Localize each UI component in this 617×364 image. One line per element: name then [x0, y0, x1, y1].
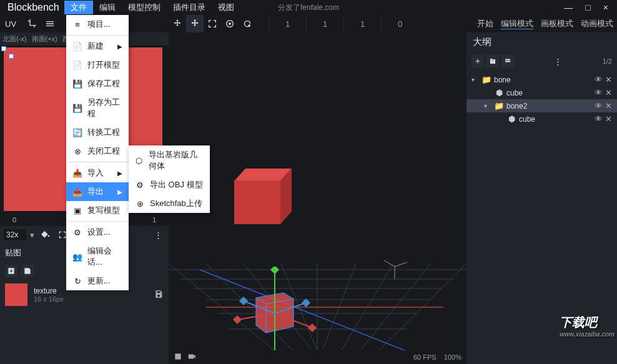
caret-down-icon[interactable]: ▾ [484, 102, 491, 109]
maximize-button[interactable]: □ [585, 2, 590, 12]
svg-rect-40 [239, 297, 248, 305]
zoom-input[interactable] [4, 229, 26, 240]
record-icon[interactable] [187, 352, 196, 362]
svg-rect-43 [505, 59, 510, 61]
cube-icon: ⬢ [506, 114, 516, 124]
svg-rect-39 [308, 323, 317, 332]
eye-icon[interactable]: 👁 [595, 101, 603, 111]
crop-icon[interactable] [25, 16, 40, 31]
rotate-tool-icon[interactable] [221, 15, 239, 32]
add-cube-button[interactable] [471, 55, 484, 67]
move-tool-icon[interactable] [186, 15, 204, 32]
add-texture-button[interactable] [5, 265, 17, 277]
svg-rect-36 [270, 267, 279, 274]
watermark: 下载吧 www.xiazaiba.com [560, 314, 615, 338]
menu-icon[interactable] [42, 16, 57, 31]
texture-thumbnail [5, 283, 27, 306]
menu-edit[interactable]: 编辑 [93, 1, 122, 14]
outliner-count: 1/2 [603, 57, 612, 65]
vp-num-1[interactable]: 1 [269, 17, 306, 31]
tree-item-bone[interactable]: ▾ 📁 bone 👁✕ [466, 73, 617, 86]
outliner-more-icon[interactable]: ⋮ [551, 54, 565, 68]
outliner-tree: ▾ 📁 bone 👁✕ ⬢ cube 👁✕ ▾ 📁 bone2 👁✕ ⬢ cu [466, 71, 617, 128]
vp-num-4[interactable]: 0 [381, 17, 418, 31]
remove-icon[interactable]: ✕ [605, 114, 612, 124]
menu-save[interactable]: 💾保存工程 [66, 74, 129, 93]
folder-icon: 📁 [481, 75, 491, 84]
menu-saveas[interactable]: 💾另存为工程 [66, 93, 129, 123]
svg-point-5 [229, 23, 231, 25]
remove-icon[interactable]: ✕ [605, 88, 612, 97]
app-title: Blockbench [2, 2, 64, 13]
vp-num-2[interactable]: 1 [306, 17, 343, 31]
remove-icon[interactable]: ✕ [605, 101, 612, 111]
folder-icon: 📁 [494, 101, 504, 111]
svg-rect-44 [505, 61, 510, 62]
list-view-button[interactable] [501, 55, 514, 67]
eye-icon[interactable]: 👁 [595, 88, 603, 97]
pan-tool-icon[interactable] [169, 15, 186, 32]
svg-line-23 [395, 262, 407, 267]
tree-item-bone2[interactable]: ▾ 📁 bone2 👁✕ [466, 99, 617, 112]
caret-down-icon[interactable]: ▾ [471, 76, 479, 83]
selected-cube-gizmo[interactable] [225, 267, 337, 350]
file-dropdown: ≡项目... 📄新建▶ 📄打开模型 💾保存工程 💾另存为工程 🔄转换工程 ⊗关闭… [66, 15, 129, 290]
uv-handle-br[interactable] [9, 54, 14, 59]
screenshot-icon[interactable] [174, 352, 182, 362]
menu-convert[interactable]: 🔄转换工程 [66, 123, 129, 142]
eye-icon[interactable]: 👁 [595, 75, 603, 84]
dropdown-caret-icon[interactable]: ▾ [30, 230, 34, 240]
cube-icon: ⬢ [494, 88, 504, 97]
export-obj[interactable]: ⚙导出 OBJ 模型 [129, 175, 210, 194]
paint-bucket-icon[interactable] [38, 228, 52, 242]
menu-settings[interactable]: ⚙设置... [66, 223, 129, 242]
vp-num-3[interactable]: 1 [343, 17, 381, 31]
menu-import[interactable]: 📥导入▶ [66, 164, 129, 182]
orientation-gizmo[interactable] [379, 251, 410, 282]
menu-new[interactable]: 📄新建▶ [66, 37, 129, 56]
resize-tool-icon[interactable] [204, 15, 221, 32]
menu-plugins[interactable]: 插件目录 [167, 1, 212, 14]
create-texture-button[interactable] [21, 265, 34, 277]
save-texture-icon[interactable] [154, 289, 164, 301]
share-text: 分发了fenfale.com [278, 2, 339, 13]
texture-dimensions: 16 x 16px [34, 295, 147, 303]
close-button[interactable]: × [603, 2, 608, 12]
menu-project[interactable]: ≡项目... [66, 15, 129, 34]
cube-top [234, 169, 290, 220]
mode-start[interactable]: 开始 [473, 16, 497, 32]
face-tab-north[interactable]: 北面(-x) [0, 32, 29, 46]
svg-rect-41 [302, 298, 310, 307]
3d-viewport[interactable] [169, 32, 466, 350]
export-sketchfab[interactable]: ⊕Sketchfab上传 [129, 194, 210, 213]
export-bedrock[interactable]: ⬡导出基岩版几何体 [129, 145, 210, 175]
menu-view[interactable]: 视图 [212, 1, 240, 14]
minimize-button[interactable]: — [564, 2, 573, 12]
tree-item-cube[interactable]: ⬢ cube 👁✕ [466, 86, 617, 99]
uv-handle-tl[interactable] [1, 46, 6, 51]
menu-open[interactable]: 📄打开模型 [66, 56, 129, 74]
mode-paint[interactable]: 画板模式 [537, 16, 577, 32]
menu-update[interactable]: ↻更新... [66, 272, 129, 290]
tree-item-cube2[interactable]: ⬢ cube 👁✕ [466, 112, 617, 125]
uv-label: UV [0, 17, 21, 31]
fps-display: 60 FPS [413, 353, 437, 361]
outliner-label: 大纲 [466, 32, 617, 52]
pivot-tool-icon[interactable] [239, 15, 256, 32]
remove-icon[interactable]: ✕ [605, 75, 612, 84]
menu-close[interactable]: ⊗关闭工程 [66, 142, 129, 160]
menu-file[interactable]: 文件 [64, 1, 93, 14]
menu-export[interactable]: 📤导出▶ [66, 182, 129, 201]
svg-rect-38 [233, 315, 242, 324]
menu-override[interactable]: ▣复写模型 [66, 201, 129, 220]
zoom-display: 100% [444, 353, 462, 361]
mode-edit[interactable]: 编辑模式 [497, 16, 537, 32]
mode-animate[interactable]: 动画模式 [577, 16, 617, 32]
menu-model[interactable]: 模型控制 [122, 1, 167, 14]
menu-session[interactable]: 👥编辑会话... [66, 242, 129, 272]
export-submenu: ⬡导出基岩版几何体 ⚙导出 OBJ 模型 ⊕Sketchfab上传 [129, 145, 210, 213]
eye-icon[interactable]: 👁 [595, 114, 603, 124]
add-group-button[interactable] [486, 55, 499, 67]
face-tab-south[interactable]: 南面(+x) [29, 32, 60, 46]
more-vert-icon[interactable]: ⋮ [151, 228, 165, 242]
